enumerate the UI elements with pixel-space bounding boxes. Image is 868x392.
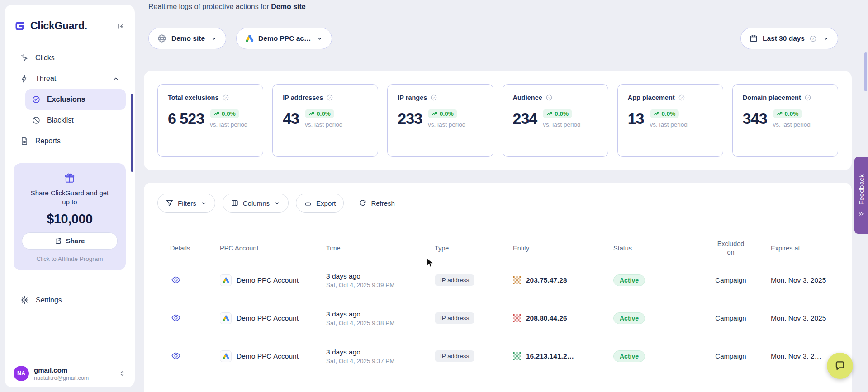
stat-caption: vs. last period bbox=[210, 121, 247, 128]
view-details-eye-icon[interactable] bbox=[170, 274, 182, 286]
stat-label: IP addresses bbox=[283, 94, 323, 101]
table-row-partial[interactable]: 3 days ago bbox=[144, 375, 852, 392]
stat-value: 13 bbox=[628, 110, 644, 128]
time-relative: 3 days ago bbox=[326, 348, 422, 356]
columns-button[interactable]: Columns bbox=[223, 194, 289, 213]
help-icon[interactable]: ? bbox=[222, 94, 229, 101]
ppc-account-name: Demo PPC Account bbox=[237, 352, 299, 360]
chat-widget-button[interactable] bbox=[827, 353, 853, 379]
sidebar-item-threat[interactable]: Threat bbox=[14, 68, 126, 89]
sidebar-item-label: Settings bbox=[36, 296, 62, 304]
columns-icon bbox=[231, 199, 239, 207]
sidebar: ClickGuard. Clicks Threat bbox=[5, 5, 135, 387]
entity-identicon bbox=[513, 314, 521, 322]
trend-up-badge: 0.0% bbox=[305, 109, 334, 118]
stat-label: Domain placement bbox=[743, 94, 801, 101]
status-badge: Active bbox=[613, 312, 645, 324]
sidebar-item-label: Reports bbox=[35, 137, 61, 145]
type-badge: IP address bbox=[435, 312, 474, 324]
col-header-expires-at: Expires at bbox=[757, 245, 852, 252]
ppc-account-selector[interactable]: Demo PPC ac… bbox=[236, 28, 332, 49]
filters-button[interactable]: Filters bbox=[157, 194, 215, 213]
chevron-down-icon bbox=[274, 200, 280, 207]
trend-up-badge: 0.0% bbox=[210, 109, 239, 118]
refresh-icon bbox=[359, 199, 367, 207]
excluded-on-value: Campaign bbox=[715, 276, 746, 284]
col-header-ppc-account: PPC Account bbox=[207, 245, 313, 252]
stat-label: IP ranges bbox=[398, 94, 427, 101]
stat-value: 233 bbox=[398, 110, 422, 128]
table-row[interactable]: Demo PPC Account 3 days agoSat, Oct 4, 2… bbox=[144, 337, 852, 375]
stat-caption: vs. last period bbox=[428, 121, 465, 128]
user-name: gmail.com bbox=[34, 366, 89, 374]
document-icon bbox=[20, 137, 29, 146]
affiliate-link[interactable]: Click to Affiliate Program bbox=[22, 255, 118, 262]
expires-at-value: Mon, Nov 3, 2025 bbox=[757, 276, 852, 284]
sidebar-item-label: Exclusions bbox=[47, 95, 85, 104]
stat-value: 6 523 bbox=[168, 110, 204, 128]
help-icon[interactable]: ? bbox=[326, 94, 333, 101]
funnel-icon bbox=[166, 199, 174, 207]
site-selector[interactable]: Demo site bbox=[148, 28, 226, 49]
subtitle-text: Realtime logs of protective actions for bbox=[148, 3, 269, 10]
chat-bubble-icon bbox=[834, 360, 846, 372]
ban-icon bbox=[32, 116, 41, 125]
sidebar-item-blacklist[interactable]: Blacklist bbox=[25, 110, 126, 131]
cursor-click-icon bbox=[20, 53, 29, 62]
page-scrollbar[interactable] bbox=[864, 52, 867, 91]
bug-icon bbox=[859, 211, 864, 217]
refresh-button[interactable]: Refresh bbox=[351, 194, 403, 213]
columns-button-label: Columns bbox=[243, 199, 270, 207]
external-link-icon bbox=[55, 237, 62, 245]
trend-up-badge: 0.0% bbox=[543, 109, 572, 118]
entity-identicon bbox=[513, 352, 521, 360]
help-icon[interactable]: ? bbox=[678, 94, 685, 101]
stat-label: Total exclusions bbox=[168, 94, 219, 101]
stat-value: 234 bbox=[513, 110, 537, 128]
gear-icon bbox=[20, 295, 29, 305]
svg-text:?: ? bbox=[681, 96, 683, 100]
svg-text:?: ? bbox=[548, 96, 550, 100]
table-row[interactable]: Demo PPC Account 3 days agoSat, Oct 4, 2… bbox=[144, 299, 852, 337]
subtitle-site-name: Demo site bbox=[271, 3, 305, 10]
col-header-time: Time bbox=[313, 245, 422, 252]
sidebar-divider bbox=[12, 279, 128, 279]
download-icon bbox=[304, 199, 312, 207]
date-range-selector[interactable]: Last 30 days ? bbox=[740, 28, 838, 49]
sidebar-scrollbar[interactable] bbox=[131, 94, 133, 172]
sidebar-item-settings[interactable]: Settings bbox=[14, 290, 126, 311]
globe-icon bbox=[157, 33, 167, 43]
main-content: Realtime logs of protective actions for … bbox=[144, 0, 852, 392]
help-icon[interactable]: ? bbox=[430, 94, 437, 101]
promo-text: Share ClickGuard and get up to bbox=[29, 189, 110, 207]
feedback-label: Feedback bbox=[858, 174, 865, 205]
stat-card-ip-ranges: IP ranges? 233 0.0% vs. last period bbox=[387, 84, 493, 157]
brand-name: ClickGuard. bbox=[30, 20, 87, 32]
chevron-down-icon bbox=[200, 200, 207, 207]
svg-text:?: ? bbox=[225, 96, 227, 100]
help-icon[interactable]: ? bbox=[804, 94, 811, 101]
stat-value: 343 bbox=[743, 110, 767, 128]
sidebar-item-reports[interactable]: Reports bbox=[14, 131, 126, 151]
feedback-tab[interactable]: Feedback bbox=[854, 157, 868, 234]
sidebar-item-clicks[interactable]: Clicks bbox=[14, 47, 126, 68]
view-details-eye-icon[interactable] bbox=[170, 312, 182, 324]
sidebar-collapse-icon[interactable] bbox=[115, 21, 126, 32]
trend-up-badge: 0.0% bbox=[428, 109, 457, 118]
view-details-eye-icon[interactable] bbox=[170, 350, 182, 362]
sidebar-item-exclusions[interactable]: Exclusions bbox=[25, 89, 126, 110]
export-button[interactable]: Export bbox=[296, 194, 344, 213]
ppc-account-name: Demo PPC Account bbox=[237, 314, 299, 322]
svg-text:?: ? bbox=[807, 96, 809, 100]
time-relative: 3 days ago bbox=[326, 310, 422, 318]
ppc-account-selector-label: Demo PPC ac… bbox=[258, 34, 311, 43]
user-email: naatali.ro@gmail.com bbox=[34, 375, 89, 381]
share-button-label: Share bbox=[66, 237, 85, 245]
time-absolute: Sat, Oct 4, 2025 9:39 PM bbox=[326, 282, 422, 288]
share-button[interactable]: Share bbox=[22, 232, 118, 250]
table-row[interactable]: Demo PPC Account 3 days agoSat, Oct 4, 2… bbox=[144, 261, 852, 299]
help-icon: ? bbox=[809, 35, 817, 43]
user-account-switcher[interactable]: NA gmail.com naatali.ro@gmail.com bbox=[14, 359, 126, 381]
help-icon[interactable]: ? bbox=[545, 94, 553, 101]
svg-text:?: ? bbox=[329, 96, 331, 100]
